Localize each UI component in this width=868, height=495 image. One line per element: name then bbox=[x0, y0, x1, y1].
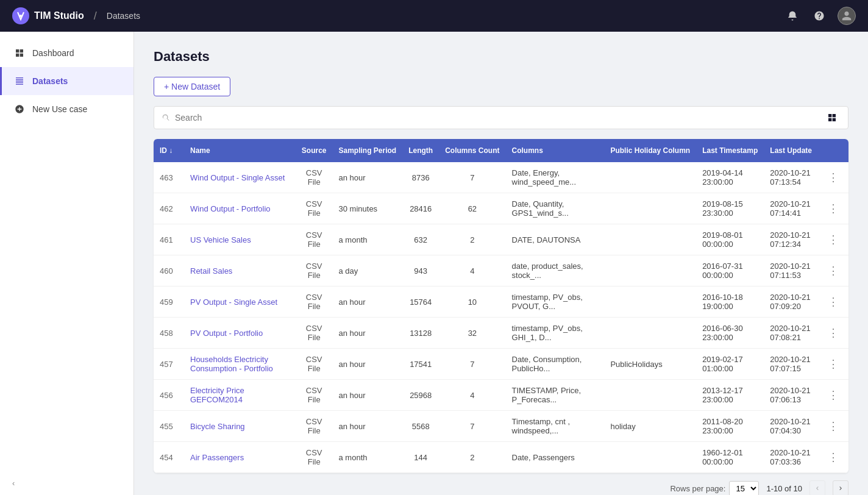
col-header-columns-count: Columns Count bbox=[439, 139, 505, 162]
cell-actions: ⋮ bbox=[818, 380, 848, 411]
cell-columns-count: 7 bbox=[439, 349, 505, 380]
app-logo: TIM Studio bbox=[12, 7, 84, 24]
page-title: Datasets bbox=[154, 49, 848, 65]
cell-id: 455 bbox=[154, 411, 184, 442]
cell-last-update: 2020-10-2107:11:53 bbox=[764, 255, 818, 287]
help-button[interactable] bbox=[811, 7, 828, 24]
cell-last-timestamp: 2019-04-1423:00:00 bbox=[696, 162, 764, 193]
breadcrumb: Datasets bbox=[107, 11, 140, 21]
app-name: TIM Studio bbox=[34, 10, 84, 21]
sidebar-item-dashboard[interactable]: Dashboard bbox=[0, 39, 133, 67]
cell-sampling-period: an hour bbox=[333, 349, 403, 380]
sidebar-collapse-button[interactable]: ‹ bbox=[0, 471, 133, 495]
cell-public-holiday: holiday bbox=[604, 411, 696, 442]
next-page-button[interactable] bbox=[833, 480, 848, 495]
row-more-button[interactable]: ⋮ bbox=[824, 232, 842, 248]
search-input[interactable] bbox=[175, 113, 819, 123]
cell-id: 458 bbox=[154, 318, 184, 349]
cell-columns-count: 62 bbox=[439, 193, 505, 224]
cell-columns: timestamp, PV_obs, GHI_1, D... bbox=[506, 318, 605, 349]
cell-name[interactable]: Households Electricity Consumption - Por… bbox=[184, 349, 296, 380]
cell-last-timestamp: 2016-10-1819:00:00 bbox=[696, 287, 764, 318]
top-navigation: TIM Studio / Datasets bbox=[0, 0, 868, 32]
rows-per-page-section: Rows per page: 10 15 25 50 bbox=[670, 481, 759, 496]
sidebar-datasets-label: Datasets bbox=[32, 76, 68, 86]
cell-columns: Date, Quantity, GPS1_wind_s... bbox=[506, 193, 605, 224]
cell-name[interactable]: Wind Output - Portfolio bbox=[184, 193, 296, 224]
cell-last-timestamp: 2019-08-1523:30:00 bbox=[696, 193, 764, 224]
table-row: 455 Bicycle Sharing CSVFile an hour 5568… bbox=[154, 411, 848, 442]
collapse-icon: ‹ bbox=[12, 479, 15, 488]
cell-public-holiday bbox=[604, 255, 696, 287]
rows-per-page-label: Rows per page: bbox=[670, 484, 725, 493]
cell-length: 8736 bbox=[402, 162, 439, 193]
cell-columns: date, product_sales, stock_... bbox=[506, 255, 605, 287]
row-more-button[interactable]: ⋮ bbox=[824, 356, 842, 372]
table-row: 462 Wind Output - Portfolio CSVFile 30 m… bbox=[154, 193, 848, 224]
row-more-button[interactable]: ⋮ bbox=[824, 201, 842, 216]
grid-view-button[interactable] bbox=[824, 110, 841, 125]
cell-public-holiday bbox=[604, 162, 696, 193]
cell-name[interactable]: Air Passengers bbox=[184, 442, 296, 473]
cell-public-holiday bbox=[604, 193, 696, 224]
cell-public-holiday bbox=[604, 224, 696, 255]
cell-last-update: 2020-10-2107:03:36 bbox=[764, 442, 818, 473]
cell-actions: ⋮ bbox=[818, 224, 848, 255]
cell-last-update: 2020-10-2107:09:20 bbox=[764, 287, 818, 318]
cell-length: 15764 bbox=[402, 287, 439, 318]
cell-name[interactable]: US Vehicle Sales bbox=[184, 224, 296, 255]
prev-page-button[interactable] bbox=[809, 480, 825, 495]
main-content: Datasets + New Dataset bbox=[134, 32, 868, 495]
cell-id: 457 bbox=[154, 349, 184, 380]
notification-button[interactable] bbox=[784, 7, 801, 24]
row-more-button[interactable]: ⋮ bbox=[824, 387, 842, 403]
cell-sampling-period: an hour bbox=[333, 318, 403, 349]
cell-actions: ⋮ bbox=[818, 162, 848, 193]
cell-source: CSVFile bbox=[296, 411, 333, 442]
cell-name[interactable]: PV Output - Portfolio bbox=[184, 318, 296, 349]
rows-per-page-select[interactable]: 10 15 25 50 bbox=[729, 481, 759, 496]
table-header-row: ID ↓ Name Source Sampling Period Length … bbox=[154, 139, 848, 162]
cell-id: 454 bbox=[154, 442, 184, 473]
cell-id: 461 bbox=[154, 224, 184, 255]
table-row: 458 PV Output - Portfolio CSVFile an hou… bbox=[154, 318, 848, 349]
col-header-id[interactable]: ID ↓ bbox=[154, 139, 184, 162]
cell-columns: Date, Energy, wind_speed_me... bbox=[506, 162, 605, 193]
cell-source: CSVFile bbox=[296, 318, 333, 349]
cell-source: CSVFile bbox=[296, 255, 333, 287]
cell-name[interactable]: Bicycle Sharing bbox=[184, 411, 296, 442]
cell-source: CSVFile bbox=[296, 162, 333, 193]
svg-point-0 bbox=[20, 15, 22, 17]
cell-length: 28416 bbox=[402, 193, 439, 224]
col-header-actions bbox=[818, 139, 848, 162]
next-page-icon bbox=[837, 485, 844, 492]
sidebar-dashboard-label: Dashboard bbox=[32, 48, 74, 58]
cell-last-update: 2020-10-2107:04:30 bbox=[764, 411, 818, 442]
cell-name[interactable]: Wind Output - Single Asset bbox=[184, 162, 296, 193]
user-avatar[interactable] bbox=[838, 7, 856, 25]
pagination-bar: Rows per page: 10 15 25 50 1-10 of 10 bbox=[154, 473, 848, 495]
sidebar-item-datasets[interactable]: Datasets bbox=[0, 67, 133, 95]
cell-actions: ⋮ bbox=[818, 287, 848, 318]
row-more-button[interactable]: ⋮ bbox=[824, 449, 842, 465]
new-use-case-icon bbox=[14, 104, 25, 115]
sidebar-new-use-case-label: New Use case bbox=[32, 104, 87, 114]
cell-name[interactable]: Electricity Price GEFCOM2014 bbox=[184, 380, 296, 411]
col-header-columns: Columns bbox=[506, 139, 605, 162]
row-more-button[interactable]: ⋮ bbox=[824, 263, 842, 279]
col-header-last-update: Last Update bbox=[764, 139, 818, 162]
sidebar-item-new-use-case[interactable]: New Use case bbox=[0, 95, 133, 123]
row-more-button[interactable]: ⋮ bbox=[824, 325, 842, 341]
row-more-button[interactable]: ⋮ bbox=[824, 294, 842, 310]
datasets-icon bbox=[14, 76, 25, 87]
cell-columns: Date, Consumption, PublicHo... bbox=[506, 349, 605, 380]
cell-last-timestamp: 1960-12-0100:00:00 bbox=[696, 442, 764, 473]
col-header-sampling-period: Sampling Period bbox=[333, 139, 403, 162]
table-row: 454 Air Passengers CSVFile a month 144 2… bbox=[154, 442, 848, 473]
cell-name[interactable]: Retail Sales bbox=[184, 255, 296, 287]
row-more-button[interactable]: ⋮ bbox=[824, 169, 842, 185]
row-more-button[interactable]: ⋮ bbox=[824, 418, 842, 434]
cell-length: 144 bbox=[402, 442, 439, 473]
new-dataset-button[interactable]: + New Dataset bbox=[154, 77, 230, 96]
cell-name[interactable]: PV Output - Single Asset bbox=[184, 287, 296, 318]
